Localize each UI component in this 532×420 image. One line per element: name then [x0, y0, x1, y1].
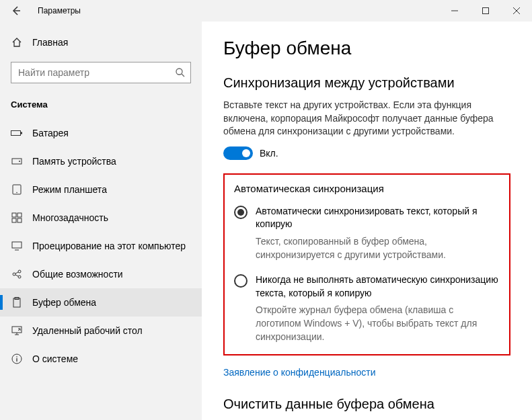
close-button[interactable]	[501, 0, 532, 22]
remote-icon	[11, 325, 23, 337]
search-input[interactable]	[11, 62, 191, 83]
sidebar: Главная Система Батарея Память устройств…	[0, 22, 202, 420]
sync-toggle[interactable]	[223, 146, 253, 160]
window-title: Параметры	[32, 6, 81, 15]
svg-rect-10	[12, 218, 16, 222]
svg-rect-9	[17, 213, 22, 217]
nav-label: О системе	[32, 353, 78, 364]
auto-sync-section: Автоматическая синхронизация Автоматичес…	[223, 173, 510, 355]
nav-item-tablet[interactable]: Режим планшета	[0, 175, 202, 204]
clipboard-icon	[11, 296, 23, 308]
svg-point-7	[16, 192, 17, 194]
nav-item-multitask[interactable]: Многозадачность	[0, 204, 202, 232]
clear-heading: Очистить данные буфера обмена	[223, 396, 510, 412]
multitask-icon	[11, 212, 23, 224]
sync-description: Вставьте текст на других устройствах. Ес…	[223, 99, 506, 138]
minimize-button[interactable]	[439, 0, 470, 22]
sync-heading: Синхронизация между устройствами	[223, 75, 510, 91]
radio-label: Автоматически синхронизировать текст, ко…	[256, 205, 500, 231]
nav-label: Буфер обмена	[32, 297, 96, 308]
radio-icon	[234, 206, 248, 219]
privacy-link[interactable]: Заявление о конфиденциальности	[223, 367, 375, 378]
storage-icon	[11, 155, 23, 167]
info-icon	[11, 353, 23, 365]
nav-label: Память устройства	[32, 156, 116, 167]
page-title: Буфер обмена	[223, 38, 510, 59]
svg-point-15	[18, 276, 21, 278]
svg-rect-12	[12, 242, 22, 248]
svg-rect-11	[17, 218, 22, 222]
svg-rect-3	[21, 132, 22, 134]
shared-icon	[11, 268, 23, 280]
nav-item-projecting[interactable]: Проецирование на этот компьютер	[0, 232, 202, 260]
search-icon	[175, 67, 186, 78]
svg-rect-2	[11, 131, 21, 136]
radio-desc: Текст, скопированный в буфер обмена, син…	[256, 235, 500, 261]
nav-label: Общие возможности	[32, 269, 123, 280]
nav-label: Проецирование на этот компьютер	[32, 241, 186, 251]
project-icon	[11, 240, 23, 252]
svg-point-5	[19, 161, 20, 162]
nav-label: Удаленный рабочий стол	[32, 325, 143, 336]
maximize-button[interactable]	[470, 0, 501, 22]
radio-option-auto[interactable]: Автоматически синхронизировать текст, ко…	[234, 205, 500, 231]
radio-option-never[interactable]: Никогда не выполнять автоматическую синх…	[234, 274, 500, 300]
back-button[interactable]	[0, 0, 32, 22]
radio-icon	[234, 274, 248, 288]
svg-point-20	[16, 356, 17, 358]
category-header: Система	[0, 94, 202, 119]
home-icon	[11, 36, 23, 48]
nav-item-about[interactable]: О системе	[0, 345, 202, 373]
nav-item-storage[interactable]: Память устройства	[0, 147, 202, 175]
nav-home[interactable]: Главная	[0, 30, 202, 55]
svg-rect-0	[483, 8, 489, 14]
svg-point-1	[176, 69, 182, 75]
nav-home-label: Главная	[32, 37, 68, 48]
nav-item-shared[interactable]: Общие возможности	[0, 260, 202, 288]
svg-point-14	[18, 270, 21, 273]
nav-item-clipboard[interactable]: Буфер обмена	[0, 288, 202, 317]
nav-item-remote[interactable]: Удаленный рабочий стол	[0, 317, 202, 345]
sync-toggle-label: Вкл.	[260, 148, 278, 159]
tablet-icon	[11, 183, 23, 196]
main-content: Буфер обмена Синхронизация между устройс…	[202, 22, 532, 420]
battery-icon	[11, 127, 23, 139]
auto-sync-heading: Автоматическая синхронизация	[234, 183, 500, 194]
radio-desc: Откройте журнал буфера обмена (клавиша с…	[256, 304, 500, 343]
nav-label: Режим планшета	[32, 184, 107, 195]
svg-rect-8	[12, 213, 16, 217]
svg-point-13	[13, 273, 15, 276]
radio-label: Никогда не выполнять автоматическую синх…	[256, 274, 500, 300]
nav-item-battery[interactable]: Батарея	[0, 119, 202, 147]
nav-label: Многозадачность	[32, 212, 108, 223]
nav-label: Батарея	[32, 128, 69, 138]
